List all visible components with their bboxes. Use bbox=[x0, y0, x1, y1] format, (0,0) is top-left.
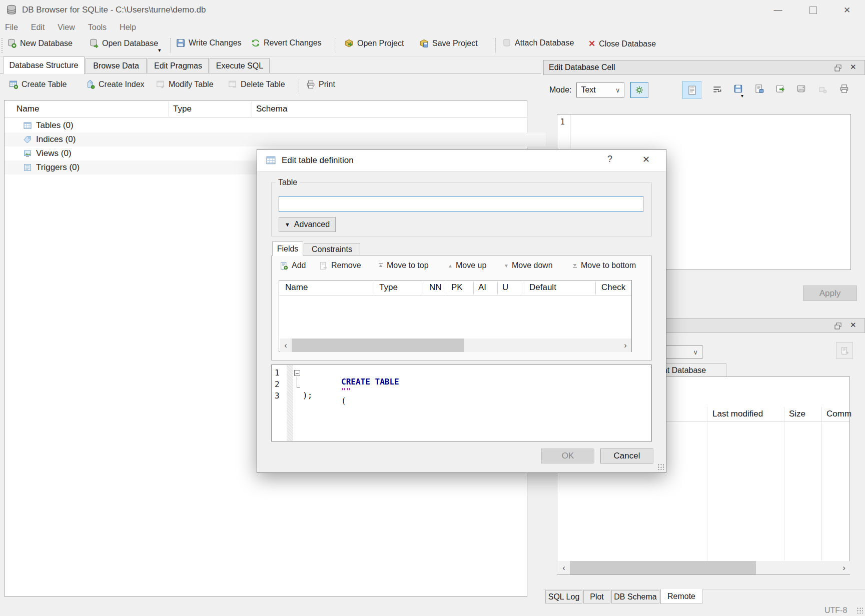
remote-hscrollbar[interactable]: ‹ › bbox=[558, 561, 850, 574]
close-panel-icon[interactable]: ✕ bbox=[850, 62, 856, 72]
tree-item-indices[interactable]: Indices (0) bbox=[5, 132, 546, 146]
attach-database-button: Attach Database bbox=[502, 38, 574, 48]
scroll-right-icon[interactable]: › bbox=[838, 563, 850, 573]
close-database-button[interactable]: ✕ Close Database bbox=[588, 38, 656, 49]
tab-database-structure[interactable]: Database Structure bbox=[3, 56, 85, 74]
table-name-input[interactable] bbox=[279, 196, 643, 212]
col-type[interactable]: Type bbox=[379, 282, 398, 292]
open-database-button[interactable]: Open Database bbox=[89, 38, 158, 48]
cancel-button[interactable]: Cancel bbox=[600, 448, 653, 464]
titlebar: DB Browser for SQLite - C:\Users\turne\d… bbox=[0, 0, 865, 20]
menu-help[interactable]: Help bbox=[120, 23, 136, 32]
close-panel-icon[interactable]: ✕ bbox=[850, 320, 856, 330]
tab-constraints[interactable]: Constraints bbox=[304, 243, 360, 256]
tab-db-schema[interactable]: DB Schema bbox=[611, 590, 659, 604]
write-changes-icon bbox=[176, 38, 185, 48]
toolbar-separator bbox=[495, 38, 496, 53]
menu-view[interactable]: View bbox=[58, 23, 75, 32]
trigger-icon bbox=[24, 164, 32, 172]
create-table-button[interactable]: Create Table bbox=[9, 80, 67, 89]
tree-item-tables[interactable]: Tables (0) bbox=[5, 118, 546, 132]
minimize-button[interactable]: — bbox=[766, 0, 789, 20]
menu-file[interactable]: File bbox=[5, 23, 18, 32]
col-pk[interactable]: PK bbox=[451, 282, 463, 292]
col-nn[interactable]: NN bbox=[429, 282, 442, 292]
maximize-button[interactable] bbox=[801, 0, 824, 20]
mode-select[interactable]: Text ∨ bbox=[576, 82, 624, 98]
tree-col-schema[interactable]: Schema bbox=[256, 104, 287, 114]
tab-execute-sql[interactable]: Execute SQL bbox=[210, 58, 270, 74]
fields-table-header: Name Type NN PK AI U Default Check bbox=[279, 280, 631, 296]
move-up-icon: ▲ bbox=[448, 263, 453, 268]
import-text-icon[interactable] bbox=[733, 84, 743, 94]
col-ai[interactable]: AI bbox=[478, 282, 486, 292]
create-table-icon bbox=[9, 80, 18, 89]
tab-fields[interactable]: Fields bbox=[272, 242, 303, 256]
word-wrap-icon[interactable] bbox=[712, 85, 722, 94]
sql-paren: ( bbox=[341, 396, 346, 406]
scrollbar-thumb[interactable] bbox=[570, 561, 756, 574]
remove-icon bbox=[319, 262, 328, 270]
scroll-right-icon[interactable]: › bbox=[619, 340, 631, 350]
write-changes-button[interactable]: Write Changes bbox=[176, 38, 242, 48]
table-group-label: Table bbox=[276, 178, 300, 187]
col-u[interactable]: U bbox=[502, 282, 508, 292]
create-index-button[interactable]: Create Index bbox=[86, 80, 145, 89]
chevron-down-icon: ∨ bbox=[615, 86, 620, 94]
remove-field-button: Remove bbox=[319, 261, 361, 270]
menu-tools[interactable]: Tools bbox=[88, 23, 107, 32]
move-down-button: ▼ Move down bbox=[504, 261, 553, 270]
col-check[interactable]: Check bbox=[601, 282, 625, 292]
menu-edit[interactable]: Edit bbox=[31, 23, 45, 32]
open-database-dropdown-caret[interactable]: ▾ bbox=[158, 47, 161, 54]
tab-browse-data[interactable]: Browse Data bbox=[86, 58, 147, 74]
dialog-close-button[interactable]: ✕ bbox=[642, 154, 650, 165]
move-up-button: ▲ Move up bbox=[448, 261, 486, 270]
fields-tab-pane: Add Remove Move to top ▲ Move up bbox=[271, 256, 652, 360]
save-dropdown-caret[interactable]: ▾ bbox=[741, 93, 743, 98]
save-project-button[interactable]: Save Project bbox=[419, 38, 478, 48]
float-panel-icon[interactable] bbox=[834, 322, 841, 330]
print-cell-icon[interactable] bbox=[796, 84, 806, 94]
maximize-icon bbox=[809, 6, 817, 14]
scrollbar-thumb[interactable] bbox=[292, 338, 464, 352]
new-database-button[interactable]: New Database bbox=[7, 38, 73, 48]
scroll-left-icon[interactable]: ‹ bbox=[558, 563, 570, 573]
tab-remote[interactable]: Remote bbox=[660, 589, 702, 604]
fold-marker-icon[interactable]: − bbox=[294, 370, 300, 376]
fields-hscrollbar[interactable]: ‹ › bbox=[280, 338, 631, 352]
float-panel-icon[interactable] bbox=[834, 64, 841, 72]
dialog-titlebar[interactable]: Edit table definition ? ✕ bbox=[257, 150, 666, 172]
scroll-left-icon[interactable]: ‹ bbox=[280, 340, 292, 350]
add-field-button[interactable]: Add bbox=[280, 261, 306, 270]
text-mode-button[interactable] bbox=[682, 81, 701, 99]
encoding-status[interactable]: UTF-8 bbox=[824, 606, 847, 615]
tab-plot[interactable]: Plot bbox=[583, 590, 610, 604]
modify-table-icon bbox=[156, 80, 165, 89]
open-project-button[interactable]: Open Project bbox=[344, 38, 404, 48]
tab-edit-pragmas[interactable]: Edit Pragmas bbox=[148, 58, 209, 74]
advanced-toggle-button[interactable]: ▼ Advanced bbox=[279, 217, 336, 232]
col-size[interactable]: Size bbox=[789, 409, 805, 419]
tree-col-name[interactable]: Name bbox=[17, 104, 39, 114]
col-comment[interactable]: Comm bbox=[826, 409, 851, 419]
open-in-external-icon[interactable] bbox=[775, 84, 785, 94]
tab-sql-log[interactable]: SQL Log bbox=[545, 590, 582, 604]
export-text-icon[interactable] bbox=[754, 84, 764, 94]
revert-changes-button[interactable]: Revert Changes bbox=[251, 38, 322, 48]
print-icon[interactable] bbox=[839, 84, 849, 94]
col-default[interactable]: Default bbox=[529, 282, 556, 292]
tree-col-type[interactable]: Type bbox=[173, 104, 192, 114]
dialog-resize-grip[interactable] bbox=[657, 464, 664, 470]
sql-preview-editor[interactable]: 1 2 3 − CREATE TABLE "" ( ); bbox=[271, 364, 652, 442]
auto-switch-mode-button[interactable] bbox=[630, 82, 648, 98]
tree-header: Name Type Schema bbox=[5, 100, 527, 118]
print-icon bbox=[306, 80, 315, 89]
resize-grip[interactable] bbox=[856, 607, 863, 614]
toolbar-grip[interactable] bbox=[2, 38, 4, 53]
help-button[interactable]: ? bbox=[607, 154, 612, 164]
close-button[interactable]: ✕ bbox=[835, 0, 858, 20]
col-name[interactable]: Name bbox=[285, 282, 308, 292]
col-last-modified[interactable]: Last modified bbox=[712, 409, 763, 419]
print-button[interactable]: Print bbox=[306, 80, 335, 89]
